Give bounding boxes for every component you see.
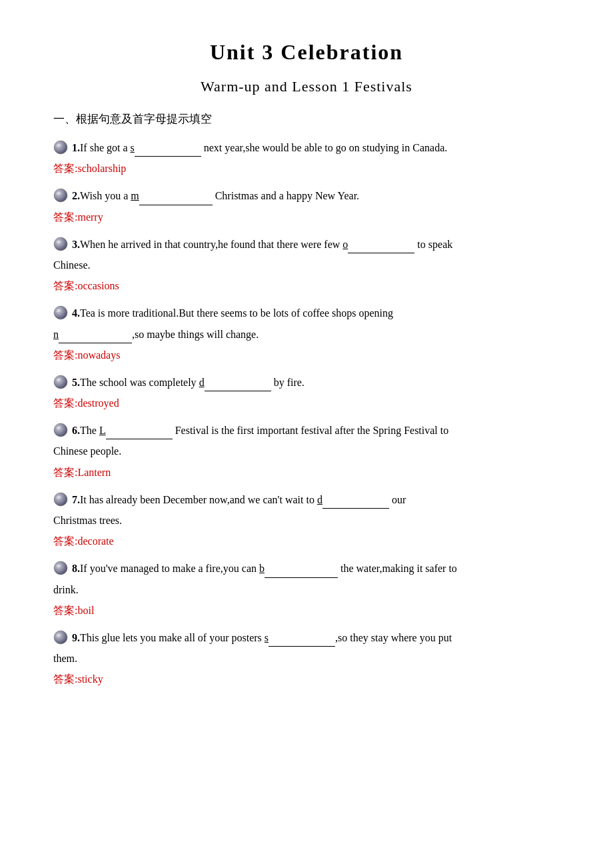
q3-continuation: Chinese. — [53, 256, 560, 274]
svg-point-2 — [54, 189, 67, 202]
question-8: 8.If you've managed to make a fire,you c… — [53, 559, 560, 619]
q4-text: 4.Tea is more traditional.But there seem… — [72, 304, 560, 322]
q3-text: 3.When he arrived in that country,he fou… — [72, 235, 560, 253]
bullet-icon-5 — [53, 375, 68, 389]
q8-answer: 答案:boil — [53, 601, 560, 619]
section-header: 一、根据句意及首字母提示填空 — [53, 111, 560, 127]
q7-answer: 答案:decorate — [53, 532, 560, 550]
svg-point-16 — [54, 631, 67, 644]
bullet-icon-1 — [53, 140, 68, 155]
svg-point-0 — [54, 141, 67, 154]
question-3: 3.When he arrived in that country,he fou… — [53, 235, 560, 295]
q9-text: 9.This glue lets you make all of your po… — [72, 629, 560, 647]
questions-container: 1.If she got a s next year,she would be … — [53, 139, 560, 689]
question-2: 2.Wish you a m Christmas and a happy New… — [53, 187, 560, 225]
bullet-icon-6 — [53, 423, 68, 437]
question-1: 1.If she got a s next year,she would be … — [53, 139, 560, 177]
bullet-icon-7 — [53, 492, 68, 507]
q2-answer: 答案:merry — [53, 208, 560, 226]
subtitle: Warm-up and Lesson 1 Festivals — [53, 78, 560, 95]
question-4: 4.Tea is more traditional.But there seem… — [53, 304, 560, 364]
q2-text: 2.Wish you a m Christmas and a happy New… — [72, 187, 560, 205]
main-title: Unit 3 Celebration — [53, 40, 560, 65]
q3-answer: 答案:occasions — [53, 277, 560, 295]
svg-point-4 — [54, 237, 67, 251]
q4-continuation: n,so maybe things will change. — [53, 325, 560, 343]
q1-answer: 答案:scholarship — [53, 159, 560, 177]
q7-text: 7.It has already been December now,and w… — [72, 491, 560, 509]
bullet-icon-8 — [53, 561, 68, 575]
question-6: 6.The L Festival is the first important … — [53, 421, 560, 481]
svg-point-10 — [54, 423, 67, 437]
question-9: 9.This glue lets you make all of your po… — [53, 629, 560, 689]
bullet-icon-4 — [53, 305, 68, 320]
q6-continuation: Chinese people. — [53, 442, 560, 460]
svg-point-14 — [54, 561, 67, 575]
question-7: 7.It has already been December now,and w… — [53, 491, 560, 551]
q5-text: 5.The school was completely d by fire. — [72, 373, 560, 391]
q1-text: 1.If she got a s next year,she would be … — [72, 139, 560, 157]
svg-point-8 — [54, 375, 67, 389]
q4-answer: 答案:nowadays — [53, 346, 560, 364]
q6-answer: 答案:Lantern — [53, 463, 560, 481]
q9-answer: 答案:sticky — [53, 670, 560, 688]
question-5: 5.The school was completely d by fire. 答… — [53, 373, 560, 412]
svg-point-6 — [54, 306, 67, 319]
bullet-icon-2 — [53, 188, 68, 203]
q8-text: 8.If you've managed to make a fire,you c… — [72, 559, 560, 577]
svg-point-12 — [54, 493, 67, 506]
q7-continuation: Christmas trees. — [53, 511, 560, 529]
bullet-icon-3 — [53, 237, 68, 251]
q8-continuation: drink. — [53, 581, 560, 599]
q6-text: 6.The L Festival is the first important … — [72, 421, 560, 439]
q5-answer: 答案:destroyed — [53, 394, 560, 412]
bullet-icon-9 — [53, 630, 68, 645]
q9-continuation: them. — [53, 649, 560, 667]
